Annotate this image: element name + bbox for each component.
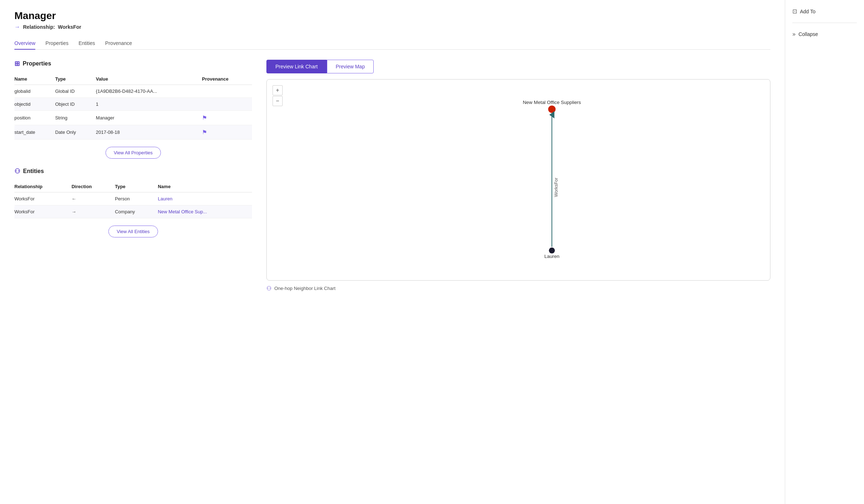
- add-to-label: Add To: [800, 9, 815, 14]
- view-all-properties-button[interactable]: View All Properties: [105, 147, 161, 159]
- caption-text: One-hop Neighbor Link Chart: [274, 286, 336, 291]
- properties-table: Name Type Value Provenance globalid Glob…: [14, 73, 252, 140]
- relationship-arrow-icon: →: [14, 24, 20, 30]
- collapse-button[interactable]: » Collapse: [792, 29, 857, 40]
- properties-icon: ⊞: [14, 60, 20, 68]
- ent-name[interactable]: Lauren: [158, 192, 252, 205]
- col-value: Value: [96, 73, 202, 85]
- prop-name: start_date: [14, 125, 55, 140]
- col-name: Name: [14, 73, 55, 85]
- zoom-in-button[interactable]: +: [273, 85, 283, 95]
- prop-value: Manager: [96, 111, 202, 125]
- tab-entities[interactable]: Entities: [78, 37, 95, 50]
- zoom-controls: + −: [273, 85, 283, 106]
- ent-col-type: Type: [115, 181, 158, 192]
- entities-row: WorksFor → Company New Metal Office Sup.…: [14, 205, 252, 218]
- prop-provenance: [202, 98, 252, 111]
- entities-icon: ⚇: [14, 167, 20, 175]
- ent-direction: ←: [72, 192, 115, 205]
- caption-icon: ⚇: [266, 285, 271, 292]
- tab-provenance[interactable]: Provenance: [105, 37, 132, 50]
- provenance-icon[interactable]: ⚑: [202, 129, 207, 135]
- ent-relationship: WorksFor: [14, 205, 72, 218]
- collapse-label: Collapse: [798, 31, 818, 37]
- ent-name[interactable]: New Metal Office Sup...: [158, 205, 252, 218]
- properties-title: Properties: [23, 60, 51, 67]
- ent-type: Company: [115, 205, 158, 218]
- chart-container: + − New Metal Office Suppliers Lauren: [266, 79, 770, 281]
- properties-row: start_date Date Only 2017-08-18 ⚑: [14, 125, 252, 140]
- relationship-value: WorksFor: [58, 24, 81, 30]
- prop-provenance: [202, 85, 252, 98]
- properties-section-header: ⊞ Properties: [14, 60, 252, 68]
- prop-value: 1: [96, 98, 202, 111]
- provenance-icon[interactable]: ⚑: [202, 115, 207, 121]
- preview-tabs: Preview Link Chart Preview Map: [266, 60, 770, 73]
- collapse-icon: »: [792, 31, 796, 37]
- entities-row: WorksFor ← Person Lauren: [14, 192, 252, 205]
- prop-value: {1A9DB2B6-D482-4170-AA...: [96, 85, 202, 98]
- sidebar-panel: ⊡ Add To » Collapse: [785, 0, 864, 504]
- add-to-button[interactable]: ⊡ Add To: [792, 6, 857, 17]
- prop-type: Date Only: [55, 125, 96, 140]
- ent-col-relationship: Relationship: [14, 181, 72, 192]
- prop-type: Global ID: [55, 85, 96, 98]
- prop-type: String: [55, 111, 96, 125]
- view-all-entities-button[interactable]: View All Entities: [108, 226, 158, 237]
- ent-direction: →: [72, 205, 115, 218]
- entities-section-header: ⚇ Entities: [14, 167, 252, 175]
- node-company[interactable]: [548, 105, 556, 113]
- ent-type: Person: [115, 192, 158, 205]
- relationship-label: → Relationship: WorksFor: [14, 24, 770, 30]
- main-tabs: Overview Properties Entities Provenance: [14, 37, 770, 50]
- zoom-out-button[interactable]: −: [273, 96, 283, 106]
- entities-table: Relationship Direction Type Name WorksFo…: [14, 181, 252, 218]
- prop-name: globalid: [14, 85, 55, 98]
- properties-row: position String Manager ⚑: [14, 111, 252, 125]
- entities-title: Entities: [23, 168, 44, 174]
- add-to-icon: ⊡: [792, 8, 797, 15]
- prop-name: objectid: [14, 98, 55, 111]
- ent-col-direction: Direction: [72, 181, 115, 192]
- node-person-label: Lauren: [544, 254, 559, 259]
- properties-row: globalid Global ID {1A9DB2B6-D482-4170-A…: [14, 85, 252, 98]
- ent-col-name: Name: [158, 181, 252, 192]
- preview-map-tab[interactable]: Preview Map: [327, 60, 374, 73]
- chart-caption: ⚇ One-hop Neighbor Link Chart: [266, 285, 770, 292]
- col-type: Type: [55, 73, 96, 85]
- prop-type: Object ID: [55, 98, 96, 111]
- preview-link-chart-tab[interactable]: Preview Link Chart: [266, 60, 327, 73]
- relationship-key: Relationship:: [23, 24, 55, 30]
- properties-row: objectid Object ID 1: [14, 98, 252, 111]
- node-person[interactable]: [549, 248, 555, 254]
- ent-relationship: WorksFor: [14, 192, 72, 205]
- prop-provenance: ⚑: [202, 125, 252, 140]
- sidebar-divider: [792, 23, 857, 23]
- page-title: Manager: [14, 10, 770, 22]
- edge-label: WorksFor: [554, 178, 559, 197]
- link-chart-svg: New Metal Office Suppliers Lauren W: [267, 80, 770, 280]
- col-provenance: Provenance: [202, 73, 252, 85]
- prop-name: position: [14, 111, 55, 125]
- node-company-label: New Metal Office Suppliers: [523, 100, 581, 105]
- prop-value: 2017-08-18: [96, 125, 202, 140]
- tab-overview[interactable]: Overview: [14, 37, 35, 50]
- prop-provenance: ⚑: [202, 111, 252, 125]
- tab-properties[interactable]: Properties: [45, 37, 68, 50]
